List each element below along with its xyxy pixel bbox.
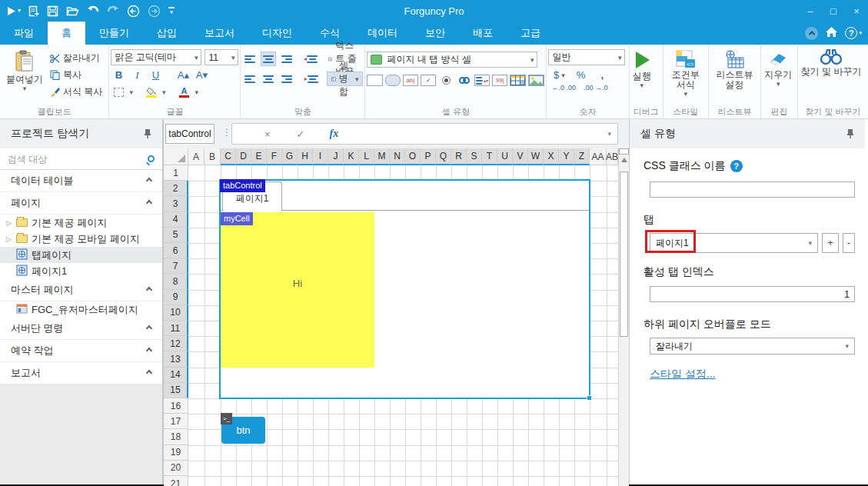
column-header-H[interactable]: H [298,148,313,165]
column-header-AA[interactable]: AA [590,148,607,165]
column-header-W[interactable]: W [528,148,544,165]
listview-settings-button[interactable]: 리스트뷰 설정 [710,47,760,106]
overflow-mode-select[interactable]: 잘라내기▾ [650,338,855,355]
row-header-1[interactable]: 1 [164,165,188,181]
clear-button[interactable]: 지우기▾ [763,47,793,106]
font-family-select[interactable]: 맑은 고딕(테마▾ [111,49,201,65]
explorer-item[interactable]: FGC_유저마스터페이지 [0,301,162,318]
font-size-select[interactable]: 11▾ [205,49,238,65]
column-header-P[interactable]: P [421,148,436,165]
align-top-button[interactable] [242,52,258,66]
increase-decimal-button[interactable]: ←.0 .00 [551,85,576,92]
column-header-N[interactable]: N [390,148,405,165]
row-header-9[interactable]: 9 [164,290,188,305]
column-header-U[interactable]: U [497,148,513,165]
comma-format-button[interactable]: , [594,68,610,82]
conditional-formatting-button[interactable]: <= 조건부 서식▾ [665,47,707,106]
tab-select[interactable]: 페이지1▾ [650,233,818,253]
vertical-scrollbar[interactable] [618,148,629,486]
align-bottom-button[interactable] [279,52,294,66]
currency-format-button[interactable]: $▾ [551,68,567,82]
row-header-6[interactable]: 6 [164,243,188,258]
name-box[interactable]: tabControl [165,124,215,144]
undo-icon[interactable] [87,5,99,16]
row-header-5[interactable]: 5 [164,228,188,243]
column-header-C[interactable]: C [221,148,236,165]
run-button[interactable]: 실행▾ [631,47,653,106]
column-header-T[interactable]: T [482,148,497,165]
ribbon-tab-만들기[interactable]: 만들기 [85,22,143,45]
accept-icon[interactable]: ✓ [297,128,305,140]
redo-icon[interactable] [107,5,119,16]
search-icon[interactable] [148,155,155,162]
explorer-section[interactable]: 서버단 명령 [0,318,162,340]
row-header-7[interactable]: 7 [164,258,188,274]
ribbon-tab-데이터[interactable]: 데이터 [354,22,411,45]
row-header-20[interactable]: 20 [164,461,188,476]
formula-expand-icon[interactable]: ▾ [607,130,611,138]
search-input[interactable] [8,154,148,165]
combobox-cell-icon[interactable]: ▴▾ [474,75,490,86]
expander-icon[interactable]: ▷ [6,235,12,243]
navigate-back-icon[interactable] [127,5,140,18]
maximize-button[interactable]: □ [822,5,845,17]
row-header-21[interactable]: 21 [164,476,188,486]
home-icon[interactable] [825,26,838,40]
column-header-J[interactable]: J [328,148,344,165]
cancel-icon[interactable]: × [264,128,271,140]
font-color-button[interactable]: A [176,85,191,99]
ribbon-tab-디자인[interactable]: 디자인 [248,22,306,45]
explorer-section[interactable]: 데이터 테이블 [0,170,162,192]
row-header-3[interactable]: 3 [164,196,188,211]
navigate-forward-icon[interactable] [148,5,161,18]
table-cell-icon[interactable] [510,75,526,86]
column-header-Z[interactable]: Z [574,148,590,165]
ribbon-tab-보안[interactable]: 보안 [411,22,459,45]
explorer-item[interactable]: 탭페이지 [0,247,162,263]
align-middle-button[interactable] [261,52,276,66]
decrease-font-button[interactable]: A▾ [194,68,209,82]
customize-toolbar-icon[interactable]: ▾ [168,7,175,15]
underline-button[interactable]: U [148,68,163,82]
radio-cell-icon[interactable] [438,75,454,86]
row-header-13[interactable]: 13 [164,351,188,367]
column-header-I[interactable]: I [313,148,328,165]
column-header-M[interactable]: M [374,148,390,165]
textbox-cell-icon[interactable]: ab| [403,75,418,86]
ribbon-tab-삽입[interactable]: 삽입 [143,22,191,45]
ribbon-tab-보고서[interactable]: 보고서 [191,22,248,45]
help-icon[interactable]: ?▾ [845,27,862,39]
new-page-icon[interactable] [28,5,39,17]
decrease-decimal-button[interactable]: .00 →.0 [584,85,608,92]
save-icon[interactable] [47,5,58,17]
column-header-X[interactable]: X [544,148,559,165]
row-header-10[interactable]: 10 [164,305,188,321]
formula-input[interactable]: × ✓ fx ▾ [231,123,618,145]
align-center-button[interactable] [261,72,276,86]
number-format-select[interactable]: 일반▾ [548,49,625,65]
scrollbar-split-handle[interactable] [619,148,629,155]
explorer-section[interactable]: 예약 작업 [0,340,162,362]
rounded-button-cell-icon[interactable] [385,75,401,86]
explorer-section[interactable]: 페이지 [0,192,162,215]
row-header-4[interactable]: 4 [164,212,188,228]
formula-bar-splitter[interactable]: ⋮ [222,127,231,138]
row-header-15[interactable]: 15 [164,383,188,398]
hyperlink-cell-icon[interactable] [457,75,472,86]
explorer-section[interactable]: 마스터 페이지 [0,279,162,301]
active-tab-index-input[interactable] [650,286,855,302]
row-header-17[interactable]: 17 [164,414,188,429]
row-header-19[interactable]: 19 [164,445,188,461]
ribbon-tab-파일[interactable]: 파일 [0,22,48,45]
column-header-A[interactable]: A [188,148,205,165]
run-icon[interactable]: ▾ [6,6,21,16]
cut-button[interactable]: 잘라내기 [48,51,105,65]
bold-button[interactable]: B [111,68,126,82]
column-header-O[interactable]: O [405,148,421,165]
ribbon-tab-홈[interactable]: 홈 [48,22,85,45]
minimize-button[interactable]: – [799,5,822,17]
pin-icon[interactable] [144,128,151,139]
row-header-12[interactable]: 12 [164,336,188,351]
css-class-input[interactable] [650,181,855,198]
close-button[interactable]: × [845,5,868,17]
